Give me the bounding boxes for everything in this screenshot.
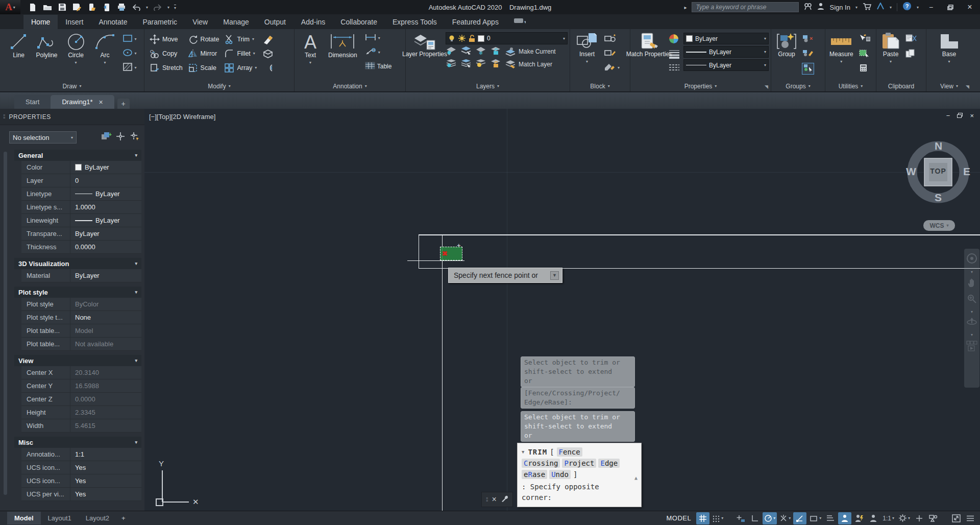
ribbon-tab-output[interactable]: Output: [257, 15, 293, 29]
layer-off-all-button[interactable]: [446, 59, 457, 70]
view-dialog-launcher[interactable]: ◥: [966, 84, 969, 89]
save-to-web-mobile-button[interactable]: [102, 2, 112, 12]
add-status-item-button[interactable]: [913, 512, 926, 524]
grid-toggle[interactable]: [696, 512, 709, 524]
create-block-button[interactable]: [604, 34, 616, 44]
new-drawing-tab-button[interactable]: +: [117, 99, 130, 109]
ellipse-dropdown[interactable]: ▾: [135, 51, 137, 56]
plot-button[interactable]: [116, 2, 127, 12]
ungroup-button[interactable]: ×: [802, 34, 814, 44]
drawn-line[interactable]: [419, 234, 980, 235]
copy-clip-button[interactable]: [905, 49, 916, 59]
object-snap-tracking-toggle[interactable]: ▾: [778, 512, 792, 524]
annotation-panel-label[interactable]: Annotation▾: [295, 81, 405, 91]
property-value[interactable]: ByLayer: [70, 214, 141, 227]
stretch-button[interactable]: Stretch: [150, 61, 183, 74]
property-value[interactable]: ByLayer: [70, 269, 141, 282]
view-panel-label[interactable]: View▾◥: [926, 81, 972, 91]
ribbon-tab-annotate[interactable]: Annotate: [91, 15, 135, 29]
paste-button[interactable]: Paste ▾: [879, 31, 902, 66]
customize-wrench-icon[interactable]: [501, 495, 508, 504]
make-current-button[interactable]: Make Current: [505, 47, 556, 56]
copy-button[interactable]: O➜Copy: [150, 47, 183, 60]
zoom-dropdown[interactable]: ▾: [971, 309, 973, 314]
property-value[interactable]: 1:1: [70, 448, 141, 461]
property-value[interactable]: ByLayer: [70, 227, 141, 240]
command-history-toggle[interactable]: ▲: [634, 475, 638, 481]
text-button[interactable]: A Text ▾: [300, 31, 321, 67]
group-edit-button[interactable]: [802, 49, 814, 59]
drawing-close-button[interactable]: ×: [970, 112, 974, 120]
new-file-button[interactable]: [28, 2, 38, 12]
drag-handle-icon[interactable]: ⁞⁞: [486, 497, 488, 503]
command-prompt[interactable]: : Specify opposite corner:: [522, 482, 626, 503]
search-icon[interactable]: [804, 3, 812, 12]
layer-off-button[interactable]: [446, 46, 457, 57]
cut-button[interactable]: [905, 34, 917, 44]
leader-button[interactable]: [364, 47, 377, 57]
command-window[interactable]: ▼ TRIM [ Fence CrossingProjectEdge eRase…: [517, 443, 642, 507]
app-menu-button[interactable]: A▾: [0, 0, 20, 14]
app-store-cart-icon[interactable]: [863, 3, 871, 12]
isometric-drafting-toggle[interactable]: ▾: [807, 512, 823, 524]
property-value[interactable]: 0.0000: [70, 393, 141, 405]
viewcube[interactable]: N W E S TOP: [905, 139, 971, 205]
property-value[interactable]: ByLayer: [70, 187, 141, 200]
ribbon-collapse-button[interactable]: ▾: [513, 18, 526, 26]
group-selection-toggle[interactable]: [802, 63, 814, 75]
layer-properties-button[interactable]: Layer Properties: [408, 31, 442, 59]
property-value[interactable]: None: [70, 311, 141, 324]
palette-title-bar[interactable]: ⁞⁞ PROPERTIES: [0, 109, 144, 125]
file-tab-drawing1[interactable]: Drawing1*×: [51, 95, 114, 109]
command-option-erase[interactable]: eRase: [522, 470, 547, 479]
command-option-fence[interactable]: Fence: [557, 447, 582, 457]
customization-menu-button[interactable]: [964, 512, 977, 524]
property-value[interactable]: Yes: [70, 474, 141, 487]
section-header[interactable]: View▾: [14, 355, 141, 366]
toggle-pickadd-button[interactable]: +: [101, 131, 112, 144]
layout-tab-layout2[interactable]: Layout2: [79, 512, 116, 524]
layer-unlock-all-button[interactable]: [475, 59, 486, 70]
close-tab-icon[interactable]: ×: [99, 98, 103, 106]
restore-button[interactable]: [943, 1, 958, 13]
hatch-button[interactable]: [122, 62, 133, 73]
model-space-button[interactable]: MODEL: [666, 514, 691, 522]
palette-grip-icon[interactable]: ⁞⁞: [3, 114, 5, 120]
ucs-icon[interactable]: Y ✕: [150, 452, 206, 511]
properties-panel-label[interactable]: Properties▾◥: [630, 81, 771, 91]
help-icon[interactable]: ?: [902, 2, 912, 13]
search-input[interactable]: Type a keyword or phrase: [692, 2, 799, 12]
attributes-dropdown[interactable]: ▾: [618, 65, 620, 70]
offset-button[interactable]: [262, 61, 274, 74]
array-button[interactable]: Array▾: [224, 61, 257, 74]
ribbon-tab-featured-apps[interactable]: Featured Apps: [445, 15, 506, 29]
snap-toggle[interactable]: ▾: [710, 512, 725, 524]
showmotion-icon[interactable]: [966, 341, 977, 354]
palette-scroll-strip[interactable]: [4, 152, 7, 495]
select-similar-button[interactable]: [859, 49, 871, 59]
save-button[interactable]: [57, 2, 67, 12]
clipboard-panel-label[interactable]: Clipboard: [876, 81, 926, 91]
rectangle-dropdown[interactable]: ▾: [135, 37, 137, 41]
layer-select[interactable]: 0 ▾: [446, 32, 568, 44]
ribbon-tab-collaborate[interactable]: Collaborate: [333, 15, 385, 29]
command-option-edge[interactable]: Edge: [598, 459, 620, 468]
section-header[interactable]: Misc▾: [14, 437, 141, 448]
ribbon-tab-manage[interactable]: Manage: [215, 15, 257, 29]
block-panel-label[interactable]: Block▾: [570, 81, 630, 91]
property-value[interactable]: Yes: [70, 488, 141, 500]
pan-icon[interactable]: [967, 278, 977, 290]
compass-north[interactable]: N: [935, 140, 942, 152]
drawn-line[interactable]: [407, 260, 464, 261]
property-value[interactable]: 16.5988: [70, 379, 141, 392]
ribbon-tab-insert[interactable]: Insert: [58, 15, 91, 29]
annotation-scale-icon[interactable]: [867, 512, 880, 524]
fillet-button[interactable]: Fillet▾: [224, 47, 257, 60]
undo-button[interactable]: [131, 2, 141, 12]
undo-dropdown[interactable]: ▾: [146, 5, 148, 10]
fillet-dropdown[interactable]: ▾: [253, 51, 255, 56]
orbit-icon[interactable]: [966, 318, 977, 329]
leader-dropdown[interactable]: ▾: [378, 50, 380, 55]
compass-west[interactable]: W: [906, 165, 916, 178]
customization-gear-icon[interactable]: ▾: [897, 512, 912, 524]
